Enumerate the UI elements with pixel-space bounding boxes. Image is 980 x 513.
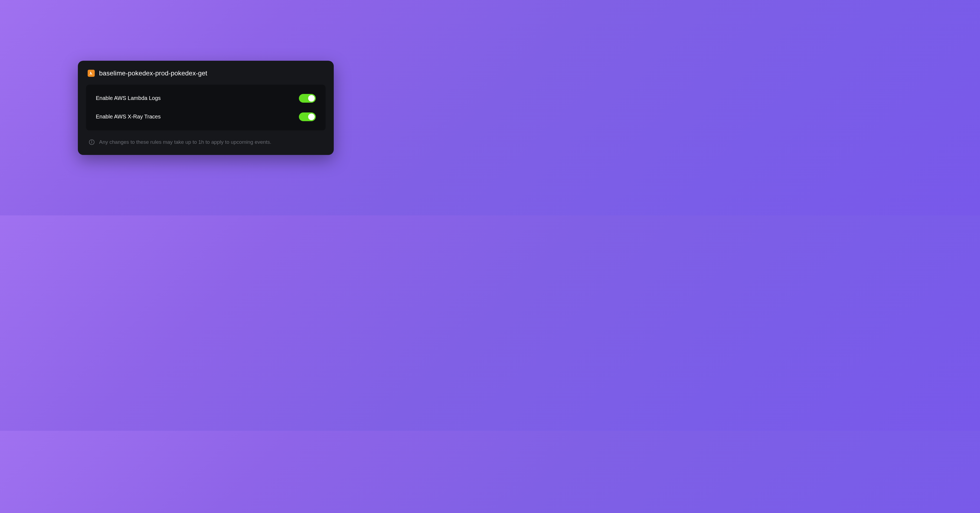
info-row: Any changes to these rules may take up t… [86, 131, 326, 148]
toggle-xray-traces[interactable] [299, 113, 316, 121]
toggle-knob [308, 95, 315, 102]
setting-row-xray-traces: Enable AWS X-Ray Traces [96, 109, 316, 124]
info-text: Any changes to these rules may take up t… [99, 139, 271, 145]
lambda-icon [88, 70, 95, 77]
setting-label: Enable AWS X-Ray Traces [96, 113, 161, 120]
setting-row-lambda-logs: Enable AWS Lambda Logs [96, 91, 316, 106]
svg-point-2 [91, 140, 92, 141]
settings-panel: Enable AWS Lambda Logs Enable AWS X-Ray … [86, 85, 326, 131]
settings-card: baselime-pokedex-prod-pokedex-get Enable… [78, 61, 334, 155]
card-header: baselime-pokedex-prod-pokedex-get [86, 69, 326, 85]
function-name: baselime-pokedex-prod-pokedex-get [99, 69, 207, 77]
info-icon [89, 139, 95, 145]
toggle-knob [308, 113, 315, 120]
setting-label: Enable AWS Lambda Logs [96, 95, 161, 101]
toggle-lambda-logs[interactable] [299, 94, 316, 103]
